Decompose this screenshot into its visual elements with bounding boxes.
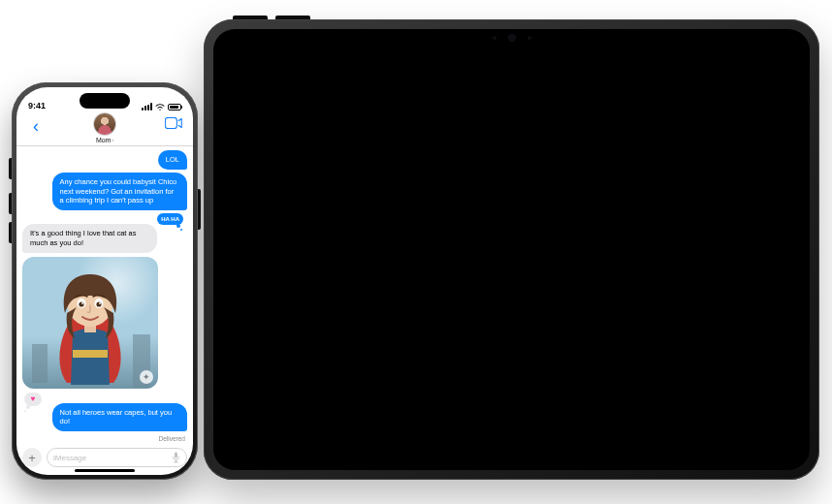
iphone-screen: 9:41 ‹ Mom › [16,87,193,475]
contact-name: Mom [96,137,112,143]
svg-point-11 [99,302,101,304]
svg-rect-0 [165,117,176,128]
status-right [142,103,181,110]
chevron-right-icon: › [112,138,113,142]
message-incoming[interactable]: It's a good thing I love that cat as muc… [22,224,187,253]
message-list[interactable]: LOL Any chance you could babysit Chico n… [16,146,193,444]
facetime-icon [165,117,182,129]
back-button[interactable]: ‹ [24,113,48,135]
microphone-icon [172,452,180,463]
message-outgoing[interactable]: LOL [22,150,187,170]
delivered-label: Delivered [159,435,185,442]
message-bubble: LOL [158,150,187,170]
message-outgoing[interactable]: Not all heroes wear capes, but you do! [22,403,187,432]
message-bubble: Any chance you could babysit Chico next … [52,173,187,210]
contact-avatar [94,113,115,135]
dynamic-island-icon [80,93,130,109]
svg-rect-3 [73,350,108,358]
ipad-screen [213,29,810,470]
svg-point-10 [81,302,83,304]
image-info-button[interactable]: ✦ [140,370,153,384]
ipad-device [204,19,819,480]
contact-button[interactable]: Mom › [94,113,115,143]
message-bubble: It's a good thing I love that cat as muc… [22,224,157,253]
battery-icon [168,104,181,110]
message-image-attachment[interactable]: ✦ [22,257,158,389]
wifi-icon [155,103,165,110]
svg-rect-1 [32,344,48,383]
message-outgoing[interactable]: Any chance you could babysit Chico next … [22,173,187,210]
svg-point-9 [96,301,101,306]
apps-plus-button[interactable]: + [22,448,42,467]
message-input-placeholder: iMessage [53,454,86,462]
svg-rect-12 [175,453,177,458]
iphone-device: 9:41 ‹ Mom › [12,82,198,480]
cellular-icon [142,103,152,110]
ipad-camera-icon [508,34,516,42]
superhero-illustration-icon [22,257,158,389]
facetime-button[interactable] [162,113,185,129]
message-input[interactable]: iMessage [47,448,187,467]
conversation-header: ‹ Mom › [16,112,193,146]
chevron-left-icon: ‹ [33,117,39,135]
tapback-heart-icon[interactable]: ♥ [24,393,42,406]
tapback-haha-icon[interactable]: HA HA [157,213,183,225]
status-time: 9:41 [28,101,46,110]
svg-point-8 [79,301,83,306]
home-indicator[interactable] [75,469,135,472]
message-bubble: Not all heroes wear capes, but you do! [52,403,187,432]
